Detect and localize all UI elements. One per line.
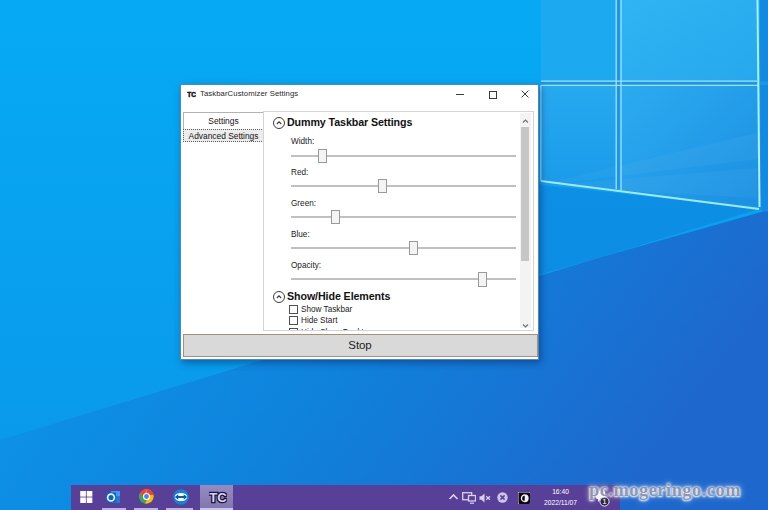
svg-text:TC: TC bbox=[209, 490, 227, 505]
svg-text:TC: TC bbox=[187, 91, 196, 98]
